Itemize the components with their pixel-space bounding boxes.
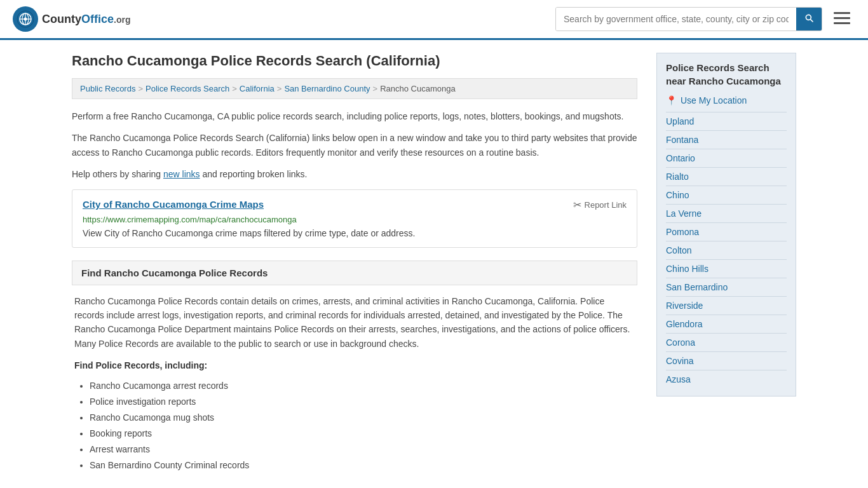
sidebar-link-upland[interactable]: Upland — [666, 116, 694, 126]
sidebar-link-item: Upland — [666, 112, 787, 130]
svg-rect-8 — [834, 22, 850, 24]
svg-rect-7 — [834, 17, 850, 19]
nearby-links-list: Upland Fontana Ontario Rialto Chino La V… — [666, 112, 787, 388]
site-header: CountyOffice.org — [0, 0, 868, 40]
sidebar-link-item: Fontana — [666, 130, 787, 149]
find-section-title: Find Rancho Cucamonga Police Records — [81, 268, 628, 278]
svg-rect-6 — [834, 12, 850, 14]
find-section-content: Rancho Cucamonga Police Records contain … — [72, 294, 637, 474]
use-location-label: Use My Location — [681, 95, 747, 105]
sidebar-link-covina[interactable]: Covina — [666, 356, 694, 366]
sidebar-link-chino-hills[interactable]: Chino Hills — [666, 264, 709, 274]
sidebar-link-corona[interactable]: Corona — [666, 337, 695, 348]
intro-3-suffix: and reporting broken links. — [200, 169, 308, 179]
sidebar-link-item: Chino — [666, 186, 787, 204]
resource-card: City of Rancho Cucamonga Crime Maps ✂ Re… — [72, 189, 637, 248]
sidebar-link-item: Corona — [666, 333, 787, 351]
breadcrumb-current: Rancho Cucamonga — [380, 84, 456, 93]
intro-3-prefix: Help others by sharing — [72, 169, 163, 179]
sidebar-link-riverside[interactable]: Riverside — [666, 301, 703, 311]
sidebar-link-rialto[interactable]: Rialto — [666, 172, 689, 182]
search-bar — [555, 7, 822, 31]
list-item: Rancho Cucamonga arrest records — [90, 378, 635, 394]
breadcrumb-sep-1: > — [138, 84, 143, 93]
report-link-label: Report Link — [585, 200, 627, 210]
sidebar-link-item: Chino Hills — [666, 259, 787, 278]
scissors-icon: ✂ — [573, 199, 581, 211]
list-item: Arrest warrants — [90, 442, 635, 458]
sidebar-link-item: Glendora — [666, 315, 787, 333]
breadcrumb-sep-2: > — [232, 84, 237, 93]
find-list: Rancho Cucamonga arrest records Police i… — [90, 378, 635, 474]
sidebar-link-item: Riverside — [666, 296, 787, 315]
list-item: Rancho Cucamonga mug shots — [90, 410, 635, 426]
sidebar-link-ontario[interactable]: Ontario — [666, 153, 695, 163]
breadcrumb-sep-3: > — [277, 84, 282, 93]
find-list-title: Find Police Records, including: — [74, 358, 635, 372]
find-section-header: Find Rancho Cucamonga Police Records — [72, 261, 637, 285]
sidebar-link-item: Rialto — [666, 167, 787, 186]
intro-para-3: Help others by sharing new links and rep… — [72, 167, 637, 181]
new-links-link[interactable]: new links — [163, 169, 200, 179]
sidebar-link-pomona[interactable]: Pomona — [666, 227, 699, 237]
content-area: Rancho Cucamonga Police Records Search (… — [72, 53, 637, 474]
resource-title-link[interactable]: City of Rancho Cucamonga Crime Maps — [83, 199, 264, 210]
list-item: San Bernardino County Criminal records — [90, 458, 635, 473]
resource-url: https://www.crimemapping.com/map/ca/ranc… — [83, 215, 627, 224]
search-button[interactable] — [796, 8, 822, 30]
sidebar-link-glendora[interactable]: Glendora — [666, 319, 703, 329]
breadcrumb: Public Records > Police Records Search >… — [72, 78, 637, 99]
intro-para-1: Perform a free Rancho Cucamonga, CA publ… — [72, 109, 637, 123]
breadcrumb-california[interactable]: California — [240, 84, 275, 93]
breadcrumb-public-records[interactable]: Public Records — [80, 84, 135, 93]
list-item: Police investigation reports — [90, 394, 635, 410]
menu-button[interactable] — [829, 7, 855, 31]
sidebar-link-item: Covina — [666, 351, 787, 370]
sidebar-link-item: Azusa — [666, 370, 787, 388]
sidebar-link-item: Pomona — [666, 222, 787, 241]
list-item: Booking reports — [90, 426, 635, 442]
sidebar-link-item: Ontario — [666, 149, 787, 167]
resource-desc: View City of Rancho Cucamonga crime maps… — [83, 228, 627, 238]
sidebar-link-chino[interactable]: Chino — [666, 190, 689, 200]
sidebar-link-item: Colton — [666, 241, 787, 259]
search-input[interactable] — [556, 8, 796, 30]
use-my-location-link[interactable]: 📍 Use My Location — [666, 95, 787, 105]
breadcrumb-sep-4: > — [373, 84, 378, 93]
breadcrumb-police-records[interactable]: Police Records Search — [146, 84, 229, 93]
breadcrumb-san-bernardino[interactable]: San Bernardino County — [284, 84, 370, 93]
logo-text: CountyOffice.org — [42, 13, 130, 26]
sidebar-link-item: San Bernardino — [666, 278, 787, 296]
svg-point-5 — [24, 18, 27, 21]
resource-card-header: City of Rancho Cucamonga Crime Maps ✂ Re… — [83, 199, 627, 211]
sidebar-link-fontana[interactable]: Fontana — [666, 135, 698, 145]
find-section-body: Rancho Cucamonga Police Records contain … — [74, 294, 635, 351]
sidebar: Police Records Search near Rancho Cucamo… — [656, 53, 796, 474]
sidebar-link-item: La Verne — [666, 204, 787, 222]
logo-icon — [13, 6, 38, 32]
logo-area: CountyOffice.org — [13, 6, 130, 32]
sidebar-link-azusa[interactable]: Azusa — [666, 374, 691, 384]
sidebar-title: Police Records Search near Rancho Cucamo… — [666, 61, 787, 88]
sidebar-link-san-bernardino[interactable]: San Bernardino — [666, 282, 728, 292]
sidebar-box: Police Records Search near Rancho Cucamo… — [656, 53, 796, 396]
main-container: Rancho Cucamonga Police Records Search (… — [59, 40, 809, 487]
header-right — [555, 7, 855, 31]
report-link-button[interactable]: ✂ Report Link — [573, 199, 627, 211]
sidebar-link-colton[interactable]: Colton — [666, 245, 691, 255]
sidebar-link-laverne[interactable]: La Verne — [666, 208, 702, 219]
page-title: Rancho Cucamonga Police Records Search (… — [72, 53, 637, 69]
location-pin-icon: 📍 — [666, 95, 677, 105]
intro-para-2: The Rancho Cucamonga Police Records Sear… — [72, 131, 637, 159]
